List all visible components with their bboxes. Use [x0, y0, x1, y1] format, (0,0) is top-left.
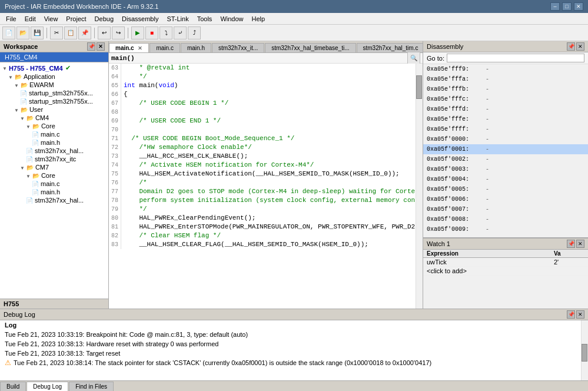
code-row[interactable]: 71 /* USER CODE BEGIN Boot_Mode_Sequence…: [109, 134, 416, 143]
workspace-active-tab[interactable]: H755_CM4: [0, 52, 108, 62]
disasm-row[interactable]: 0xa05e'fffb:-: [423, 84, 588, 94]
code-cell[interactable]: /* Activate HSEM notification for Cortex…: [121, 161, 416, 170]
code-cell[interactable]: HAL_HSEM_ActivateNotification(__HAL_HSEM…: [121, 170, 416, 178]
toolbar-redo[interactable]: ↪: [112, 26, 125, 39]
code-row[interactable]: 76 /*: [109, 178, 416, 187]
code-cell[interactable]: {: [121, 90, 416, 99]
code-row[interactable]: 69 /* USER CODE END 1 */: [109, 117, 416, 125]
tree-item-main-c-cm4[interactable]: main.c: [0, 130, 108, 138]
disasm-goto-input[interactable]: [447, 54, 584, 62]
code-cell[interactable]: /* USER CODE END 1 */: [121, 117, 416, 125]
disasm-row[interactable]: 0xa05f'0007:-: [423, 204, 588, 214]
disasm-row[interactable]: 0xa05e'fffc:-: [423, 94, 588, 104]
editor-search-icon[interactable]: 🔍: [407, 52, 420, 65]
code-cell[interactable]: /* USER CODE BEGIN 1 */: [121, 99, 416, 108]
tree-item-cm4[interactable]: CM4: [0, 114, 108, 122]
tree-item-main-h-cm4[interactable]: main.h: [0, 138, 108, 147]
disasm-row[interactable]: 0xa05f'0002:-: [423, 154, 588, 164]
debug-log-content[interactable]: Log Tue Feb 21, 2023 10:33:19: Breakpoin…: [0, 320, 581, 380]
maximize-button[interactable]: □: [562, 2, 572, 11]
editor-tab-stm32-it[interactable]: stm32h7xx_it...: [212, 43, 264, 52]
minimize-button[interactable]: –: [550, 2, 560, 11]
tree-item-core-cm4[interactable]: Core: [0, 122, 108, 130]
toolbar-step-out[interactable]: ⤴: [188, 26, 201, 39]
code-cell[interactable]: HAL_PWREx_EnterSTOPMode(PWR_MAINREGULATO…: [121, 223, 416, 231]
disasm-row[interactable]: 0xa05f'0004:-: [423, 174, 588, 184]
disasm-row[interactable]: 0xa05e'fffd:-: [423, 104, 588, 114]
code-row[interactable]: 65int main(void): [109, 81, 416, 90]
code-row[interactable]: 73 __HAL_RCC_HSEM_CLK_ENABLE();: [109, 152, 416, 161]
menu-item-project[interactable]: Project: [62, 14, 89, 24]
tree-item-hal-cm7[interactable]: stm32h7xx_hal...: [0, 196, 108, 204]
toolbar-copy[interactable]: 📋: [64, 26, 77, 39]
menu-item-tools[interactable]: Tools: [194, 14, 216, 24]
disasm-pin-icon[interactable]: 📌: [567, 42, 575, 51]
menu-item-debug[interactable]: Debug: [91, 14, 117, 24]
toolbar-debug-stop[interactable]: ■: [145, 26, 158, 39]
tab-close-main-c[interactable]: ✕: [138, 45, 142, 51]
watch-row[interactable]: <click to add>: [423, 267, 588, 276]
tree-item-ewarm[interactable]: EWARM: [0, 81, 108, 89]
debug-log-close-icon[interactable]: ✕: [576, 310, 584, 319]
watch-close-icon[interactable]: ✕: [576, 240, 584, 248]
toolbar-paste[interactable]: 📌: [78, 26, 91, 39]
menu-item-view[interactable]: View: [41, 14, 62, 24]
editor-tab-main-h[interactable]: main.h: [181, 43, 211, 52]
tree-item-cm7[interactable]: CM7: [0, 163, 108, 171]
disasm-row[interactable]: 0xa05f'0005:-: [423, 184, 588, 194]
debug-tab-build[interactable]: Build: [0, 382, 26, 391]
menu-item-disassembly[interactable]: Disassembly: [118, 14, 162, 24]
workspace-close-icon[interactable]: ✕: [97, 42, 105, 51]
debug-tab-debug-log[interactable]: Debug Log: [26, 382, 68, 391]
disasm-row[interactable]: 0xa05e'fff9:-: [423, 64, 588, 74]
tree-item-itc-cm4[interactable]: stm32h7xx_itc: [0, 155, 108, 163]
watch-expression[interactable]: <click to add>: [423, 267, 550, 276]
tree-item-application[interactable]: Application: [0, 72, 108, 81]
disasm-row[interactable]: 0xa05f'0001:-: [423, 144, 588, 154]
tree-item-h755[interactable]: H755 - H755_CM4 ✔: [0, 64, 108, 72]
code-row[interactable]: 70: [109, 125, 416, 134]
code-row[interactable]: 74 /* Activate HSEM notification for Cor…: [109, 161, 416, 170]
menu-item-file[interactable]: File: [2, 14, 20, 24]
menu-item-st-link[interactable]: ST-Link: [163, 14, 192, 24]
code-row[interactable]: 63 * @retval int: [109, 64, 416, 72]
code-row[interactable]: 67 /* USER CODE BEGIN 1 */: [109, 99, 416, 108]
toolbar-new[interactable]: 📄: [2, 26, 15, 39]
toolbar-open[interactable]: 📂: [16, 26, 29, 39]
code-row[interactable]: 79 */: [109, 205, 416, 214]
code-cell[interactable]: /* USER CODE BEGIN Boot_Mode_Sequence_1 …: [121, 134, 416, 143]
tree-item-main-c-cm7[interactable]: main.c: [0, 180, 108, 188]
code-cell[interactable]: [121, 125, 416, 134]
disasm-row[interactable]: 0xa05f'0008:-: [423, 214, 588, 224]
code-row[interactable]: 68: [109, 108, 416, 117]
disasm-row[interactable]: 0xa05e'ffff:-: [423, 124, 588, 134]
editor-tab-main-c-active[interactable]: main.c ✕: [109, 43, 149, 52]
disasm-close-icon[interactable]: ✕: [576, 42, 584, 51]
code-scrollbar[interactable]: [416, 64, 423, 309]
code-cell[interactable]: __HAL_RCC_HSEM_CLK_ENABLE();: [121, 152, 416, 161]
code-cell[interactable]: Domain D2 goes to STOP mode (Cortex-M4 i…: [121, 187, 416, 196]
watch-row[interactable]: uwTick2': [423, 258, 588, 267]
code-cell[interactable]: [121, 108, 416, 117]
toolbar-debug-run[interactable]: ▶: [131, 26, 144, 39]
code-cell[interactable]: */: [121, 72, 416, 81]
code-row[interactable]: 82 /* Clear HSEM flag */: [109, 231, 416, 240]
code-row[interactable]: 78 perform system initialization (system…: [109, 196, 416, 205]
code-cell[interactable]: int main(void): [121, 81, 416, 90]
tree-item-user[interactable]: User: [0, 105, 108, 114]
code-cell[interactable]: HAL_PWREx_ClearPendingEvent();: [121, 214, 416, 223]
toolbar-save[interactable]: 💾: [31, 26, 44, 39]
disasm-row[interactable]: 0xa05f'0000:-: [423, 134, 588, 144]
code-row[interactable]: 75 HAL_HSEM_ActivateNotification(__HAL_H…: [109, 170, 416, 178]
code-row[interactable]: 64 */: [109, 72, 416, 81]
code-row[interactable]: 66{: [109, 90, 416, 99]
tree-item-hal-cm4[interactable]: stm32h7xx_hal...: [0, 147, 108, 155]
disasm-content[interactable]: 0xa05e'fff9:-0xa05e'fffa:-0xa05e'fffb:-0…: [423, 64, 588, 237]
code-cell[interactable]: * @retval int: [121, 64, 416, 72]
tree-item-core-cm7[interactable]: Core: [0, 171, 108, 180]
debug-log-pin-icon[interactable]: 📌: [567, 310, 575, 319]
code-view[interactable]: 63 * @retval int64 */65int main(void)66{…: [109, 64, 416, 309]
disasm-row[interactable]: 0xa05f'0009:-: [423, 224, 588, 234]
code-row[interactable]: 83 __HAL_HSEM_CLEAR_FLAG(__HAL_HSEM_SEMI…: [109, 240, 416, 249]
code-cell[interactable]: /*: [121, 178, 416, 187]
